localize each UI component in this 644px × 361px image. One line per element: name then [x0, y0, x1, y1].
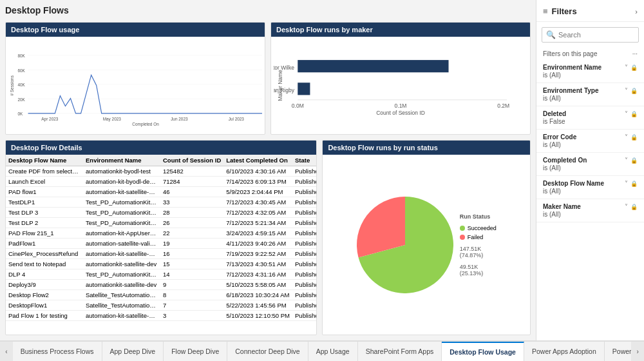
table-cell-0-2: 125482	[160, 166, 223, 177]
table-row[interactable]: PadFlow1automation-satellite-validation1…	[6, 239, 316, 249]
filters-expand-icon[interactable]: ›	[635, 8, 638, 15]
x-jun: Jun 2023	[171, 117, 188, 121]
runs-status-card: Desktop Flow runs by run status Run Stat…	[322, 140, 531, 335]
filter-lock-1: 🔒	[630, 88, 638, 94]
table-row[interactable]: Create PDF from selected PDF page(s) - C…	[6, 166, 316, 177]
tab-business-process-flows[interactable]: Business Process Flows	[13, 342, 102, 361]
table-cell-9-4: Published	[292, 259, 316, 269]
x-0: 0.0M	[292, 102, 304, 109]
tab-power[interactable]: Power	[605, 342, 631, 361]
tab-flow-deep-dive[interactable]: Flow Deep Dive	[164, 342, 227, 361]
table-cell-8-0: CinePlex_ProcessRefund	[6, 249, 83, 259]
tab-power-apps-adoption[interactable]: Power Apps Adoption	[524, 342, 605, 361]
table-row[interactable]: PAD Flow 215_1automation-kit-AppUserCrea…	[6, 228, 316, 239]
table-row[interactable]: Test DLP 3Test_PD_AutomationKit_Satellit…	[6, 208, 316, 218]
filter-value-6: is (All)	[543, 211, 638, 218]
table-row[interactable]: Pad Flow 1 for testingautomation-kit-sat…	[6, 311, 316, 321]
table-row[interactable]: PAD flow1automation-kit-satellite-dev465…	[6, 187, 316, 197]
filters-title-bar: ≡ Filters ›	[536, 0, 644, 22]
table-cell-4-3: 7/12/2023 4:32:05 AM	[223, 208, 292, 218]
table-row[interactable]: Launch Excelautomation-kit-byodl-demo712…	[6, 177, 316, 187]
table-cell-7-4: Published	[292, 239, 316, 249]
table-cell-1-2: 71284	[160, 177, 223, 187]
table-cell-4-2: 28	[160, 208, 223, 218]
tab-connector-deep-dive[interactable]: Connector Deep Dive	[227, 342, 308, 361]
table-cell-2-4: Published	[292, 187, 316, 197]
filter-item-3[interactable]: Error Code ˅ 🔒 is (All)	[536, 130, 644, 153]
failed-label: Failed	[468, 234, 484, 240]
table-row[interactable]: Desktop Flow2Satellite_TestAutomationKIT…	[6, 290, 316, 300]
search-input[interactable]	[558, 31, 634, 39]
filters-more-icon[interactable]: ···	[632, 50, 638, 57]
failed-dot	[460, 235, 465, 240]
tab-nav-left[interactable]: ‹	[0, 342, 13, 361]
tab-app-deep-dive[interactable]: App Deep Dive	[102, 342, 164, 361]
table-cell-1-1: automation-kit-byodl-demo	[83, 177, 160, 187]
filter-label-2: Deleted	[543, 110, 566, 117]
x-apr: Apr 2023	[41, 117, 58, 122]
table-row[interactable]: CinePlex_ProcessRefundautomation-kit-sat…	[6, 249, 316, 259]
filter-item-4[interactable]: Completed On ˅ 🔒 is (All)	[536, 153, 644, 176]
table-scroll[interactable]: Desktop Flow Name Environment Name Count…	[6, 155, 316, 332]
filter-chevron-0[interactable]: ˅	[625, 64, 628, 71]
filter-chevron-3[interactable]: ˅	[625, 133, 628, 141]
tab-sharepoint-form-apps[interactable]: SharePoint Form Apps	[358, 342, 442, 361]
table-row[interactable]: TestDLP1Test_PD_AutomationKit_Satellite3…	[6, 197, 316, 208]
table-row[interactable]: DesktopFlow1Satellite_TestAutomationKIT7…	[6, 300, 316, 311]
tab-nav-right[interactable]: ›	[631, 342, 644, 361]
filter-chevron-6[interactable]: ˅	[625, 203, 628, 210]
tab-app-usage[interactable]: App Usage	[308, 342, 358, 361]
table-cell-8-4: Published	[292, 249, 316, 259]
table-cell-7-2: 19	[160, 239, 223, 249]
filter-controls-5: ˅ 🔒	[625, 180, 638, 187]
table-row[interactable]: Test DLP 2Test_PD_AutomationKit_Satellit…	[6, 218, 316, 228]
y-label-0k: 0K	[17, 112, 23, 116]
filter-controls-6: ˅ 🔒	[625, 203, 638, 210]
usage-card-body: 80K 60K 40K 20K 0K # Sessions	[6, 37, 265, 134]
table-cell-0-1: automationkit-byodl-test	[83, 166, 160, 177]
filter-item-6[interactable]: Maker Name ˅ 🔒 is (All)	[536, 199, 644, 222]
filter-chevron-1[interactable]: ˅	[625, 87, 628, 94]
table-cell-7-3: 4/11/2023 9:40:26 AM	[223, 239, 292, 249]
table-cell-12-1: Satellite_TestAutomationKIT	[83, 290, 160, 300]
filter-chevron-5[interactable]: ˅	[625, 180, 628, 187]
tab-desktop-flow-usage[interactable]: Desktop Flow Usage	[442, 342, 524, 361]
col-flow-name: Desktop Flow Name	[6, 155, 83, 166]
usage-chart: 80K 60K 40K 20K 0K # Sessions	[8, 39, 262, 132]
filter-item-0[interactable]: Environment Name ˅ 🔒 is (All)	[536, 60, 644, 83]
table-cell-9-1: automationkit-satellite-dev	[83, 259, 160, 269]
table-row[interactable]: Send text to Notepadautomationkit-satell…	[6, 259, 316, 269]
table-cell-14-2: 3	[160, 311, 223, 321]
filter-header-1: Environment Type ˅ 🔒	[543, 87, 638, 94]
main-content: Desktop Flows Desktop Flow usage 80K 60K…	[0, 0, 644, 340]
filter-item-5[interactable]: Desktop Flow Name ˅ 🔒 is (All)	[536, 176, 644, 199]
table-cell-10-1: Test_PD_AutomationKit_Satellite	[83, 269, 160, 280]
table-cell-10-0: DLP 4	[6, 269, 83, 280]
filter-chevron-2[interactable]: ˅	[625, 110, 628, 117]
filter-item-1[interactable]: Environment Type ˅ 🔒 is (All)	[536, 83, 644, 106]
filter-lock-5: 🔒	[630, 180, 638, 187]
filter-item-2[interactable]: Deleted ˅ 🔒 is False	[536, 106, 644, 130]
table-cell-14-3: 5/10/2023 12:10:50 PM	[223, 311, 292, 321]
top-row: Desktop Flow usage 80K 60K 40K 20K 0K # …	[5, 22, 531, 135]
table-cell-5-0: Test DLP 2	[6, 218, 83, 228]
y-label-60k: 60K	[17, 68, 25, 73]
table-cell-3-1: Test_PD_AutomationKit_Satellite	[83, 197, 160, 208]
table-row[interactable]: DLP 4Test_PD_AutomationKit_Satellite147/…	[6, 269, 316, 280]
succeeded-dot	[460, 226, 465, 231]
bottom-row: Desktop Flow Details Desktop Flow Name E…	[5, 140, 531, 335]
filter-lines-icon: ≡	[543, 6, 548, 16]
filter-chevron-4[interactable]: ˅	[625, 157, 628, 164]
pie-chart	[357, 197, 453, 293]
table-cell-9-0: Send text to Notepad	[6, 259, 83, 269]
filter-label-0: Environment Name	[543, 64, 601, 71]
table-row[interactable]: Deploy3/9automationkit-satellite-dev95/1…	[6, 280, 316, 290]
filter-header-3: Error Code ˅ 🔒	[543, 133, 638, 141]
search-box[interactable]: 🔍	[542, 27, 639, 43]
filter-controls-2: ˅ 🔒	[625, 110, 638, 117]
usage-line	[28, 75, 262, 113]
table-cell-6-4: Published	[292, 228, 316, 239]
table-cell-0-3: 6/10/2023 4:30:16 AM	[223, 166, 292, 177]
details-card: Desktop Flow Details Desktop Flow Name E…	[5, 140, 317, 335]
table-cell-13-3: 5/22/2023 1:45:56 PM	[223, 300, 292, 311]
